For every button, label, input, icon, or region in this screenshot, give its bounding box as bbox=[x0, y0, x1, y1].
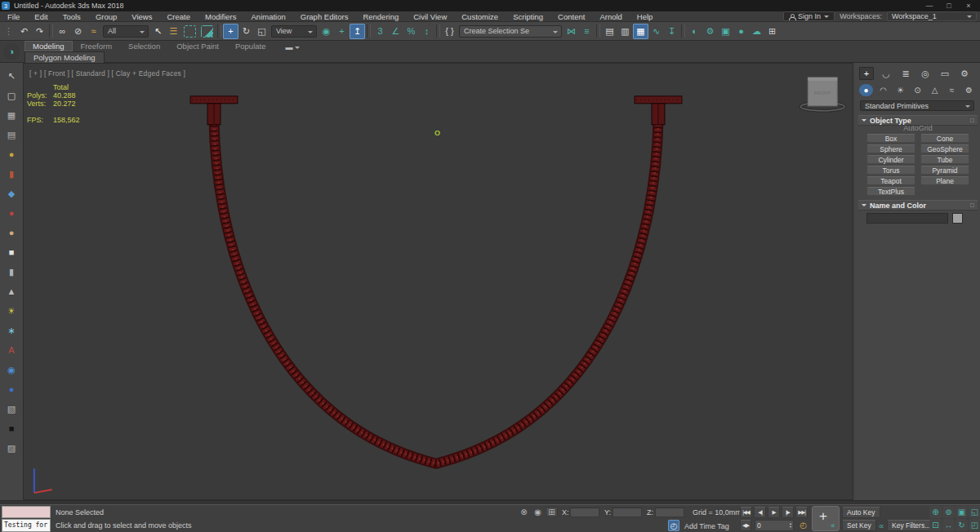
maxscript-mini-listener-output[interactable] bbox=[2, 506, 51, 518]
pin-object-left[interactable] bbox=[190, 96, 238, 125]
menu-views[interactable]: Views bbox=[124, 11, 159, 22]
toggle-scene-explorer-icon[interactable]: ▤ bbox=[602, 24, 617, 39]
named-selection-sets-field[interactable]: Create Selection Se bbox=[459, 25, 562, 38]
grid-icon[interactable]: ▦ bbox=[2, 105, 20, 125]
menu-file[interactable]: File bbox=[0, 11, 27, 22]
use-pivot-point-center-icon[interactable]: ◉ bbox=[318, 24, 334, 39]
tab-utilities[interactable]: ⚙ bbox=[957, 67, 972, 80]
auto-key-button[interactable]: Auto Key bbox=[842, 507, 880, 518]
maxscript-mini-listener-input[interactable]: Testing for i bbox=[2, 519, 51, 532]
snaps-toggle-3d-icon[interactable]: 3 bbox=[372, 24, 388, 39]
button-cylinder[interactable]: Cylinder bbox=[866, 155, 915, 164]
next-frame-button[interactable]: |▶ bbox=[782, 507, 794, 518]
key-filters-button[interactable]: Key Filters... bbox=[887, 520, 935, 531]
button-pyramid[interactable]: Pyramid bbox=[920, 166, 969, 175]
selection-filter-dropdown[interactable]: All bbox=[103, 25, 149, 38]
toggle-ribbon-icon[interactable]: ▦ bbox=[633, 24, 648, 39]
menu-tools[interactable]: Tools bbox=[56, 11, 88, 22]
y-coordinate-field[interactable] bbox=[612, 508, 642, 517]
play-button[interactable]: ▶ bbox=[768, 507, 780, 518]
blue-tool-icon[interactable]: ◆ bbox=[2, 184, 20, 203]
ribbon-tab-object-paint[interactable]: Object Paint bbox=[168, 41, 227, 51]
rectangular-selection-region-icon[interactable] bbox=[184, 25, 196, 38]
orbit-icon[interactable]: ↻ bbox=[956, 519, 968, 531]
tab-create[interactable]: + bbox=[859, 67, 874, 80]
set-keys-button[interactable]: + ∝ bbox=[812, 506, 840, 531]
select-object-icon[interactable]: ↖ bbox=[150, 24, 166, 39]
zoom-region-icon[interactable]: ⊡ bbox=[929, 519, 942, 531]
undo-icon[interactable]: ↶ bbox=[16, 24, 32, 39]
category-systems[interactable]: ⚙ bbox=[962, 84, 976, 96]
button-box[interactable]: Box bbox=[866, 134, 915, 143]
rendered-frame-window-icon[interactable]: ▣ bbox=[718, 24, 733, 39]
render-variants-icon[interactable]: ⊞ bbox=[764, 24, 780, 39]
angle-snap-icon[interactable]: ∠ bbox=[388, 24, 403, 39]
button-torus[interactable]: Torus bbox=[866, 166, 915, 175]
spinner-snap-icon[interactable]: ↕ bbox=[419, 24, 434, 39]
layout-grid-icon[interactable]: ▤ bbox=[2, 125, 20, 144]
object-name-field[interactable] bbox=[866, 213, 948, 224]
cube-icon[interactable]: ■ bbox=[2, 242, 20, 262]
edit-named-selection-sets-icon[interactable]: { } bbox=[442, 24, 457, 39]
select-by-name-icon[interactable]: ☰ bbox=[166, 24, 181, 39]
set-key-button[interactable]: Set Key bbox=[842, 520, 876, 531]
menu-help[interactable]: Help bbox=[630, 11, 661, 22]
sign-in-button[interactable]: Sign In bbox=[783, 11, 835, 21]
x-coordinate-field[interactable] bbox=[570, 508, 599, 517]
sphere-icon[interactable]: ● bbox=[2, 223, 20, 242]
spinner-icon[interactable]: ▲▼ bbox=[789, 522, 793, 529]
minimize-button[interactable]: — bbox=[920, 0, 939, 11]
add-time-tag-label[interactable]: Add Time Tag bbox=[684, 522, 729, 530]
toggle-layer-explorer-icon[interactable]: ▥ bbox=[617, 24, 633, 39]
close-button[interactable]: × bbox=[959, 0, 978, 11]
button-geosphere[interactable]: GeoSphere bbox=[920, 144, 969, 153]
key-mode-toggle[interactable]: ◀▶ bbox=[740, 520, 751, 531]
menu-animation[interactable]: Animation bbox=[244, 11, 293, 22]
tab-modify[interactable]: ◡ bbox=[879, 67, 893, 80]
menu-scripting[interactable]: Scripting bbox=[506, 11, 550, 22]
go-to-end-button[interactable]: ▶▶| bbox=[795, 507, 808, 518]
frame-number-input[interactable] bbox=[755, 521, 789, 530]
curve-editor-icon[interactable]: ∿ bbox=[648, 24, 664, 39]
maximize-viewport-icon[interactable]: ◰ bbox=[969, 519, 980, 531]
polygon-modeling-panel-tab[interactable]: Polygon Modeling bbox=[24, 51, 105, 63]
helper-marker[interactable]: O bbox=[434, 129, 440, 137]
time-configuration-icon[interactable]: ◴ bbox=[797, 520, 809, 530]
select-and-manipulate-icon[interactable]: + bbox=[334, 24, 350, 39]
tab-display[interactable]: ▭ bbox=[938, 67, 952, 80]
category-shapes[interactable]: ◠ bbox=[876, 84, 890, 96]
previous-frame-button[interactable]: ◀| bbox=[754, 507, 766, 518]
bind-to-space-warp-icon[interactable]: ≈ bbox=[86, 24, 101, 39]
object-color-swatch[interactable] bbox=[952, 213, 963, 224]
button-teapot[interactable]: Teapot bbox=[866, 176, 915, 185]
menu-rendering[interactable]: Rendering bbox=[355, 11, 406, 22]
category-cameras[interactable]: ⊙ bbox=[911, 84, 924, 96]
maximize-button[interactable]: □ bbox=[939, 0, 959, 11]
ribbon-display-toggle[interactable]: ▬ bbox=[285, 43, 300, 51]
cursor-icon[interactable]: ↖ bbox=[2, 66, 20, 86]
category-helpers[interactable]: △ bbox=[928, 84, 942, 96]
letter-a-icon[interactable]: A bbox=[2, 340, 20, 360]
hatch-grid-icon[interactable]: ▧ bbox=[2, 399, 20, 419]
go-to-start-button[interactable]: |◀◀ bbox=[740, 507, 752, 518]
menu-edit[interactable]: Edit bbox=[27, 11, 55, 22]
teapot-icon[interactable]: ● bbox=[2, 144, 20, 164]
globe-icon[interactable]: ◉ bbox=[2, 360, 20, 379]
ribbon-tab-freeform[interactable]: Freeform bbox=[73, 41, 121, 51]
viewport-label[interactable]: [ + ] [ Front ] [ Standard ] [ Clay + Ed… bbox=[29, 69, 185, 78]
red-brush-icon[interactable]: ▮ bbox=[2, 164, 20, 184]
material-editor-icon[interactable]: ◐ bbox=[687, 24, 702, 39]
workspace-dropdown[interactable]: Workspace_1 bbox=[887, 11, 977, 21]
menu-customize[interactable]: Customize bbox=[454, 11, 506, 22]
select-and-scale-icon[interactable]: ◱ bbox=[254, 24, 270, 39]
cylinder-icon[interactable]: ▮ bbox=[2, 262, 20, 282]
diagonal-grid-icon[interactable]: ▨ bbox=[2, 438, 20, 458]
ribbon-tab-modeling[interactable]: Modeling bbox=[24, 41, 73, 51]
unlink-selection-icon[interactable]: ⊘ bbox=[70, 24, 86, 39]
black-swatch-icon[interactable]: ■ bbox=[2, 419, 20, 438]
sun-icon[interactable]: ☀ bbox=[2, 301, 20, 321]
tab-motion[interactable]: ◎ bbox=[918, 67, 933, 80]
red-dot-icon[interactable]: ● bbox=[2, 203, 20, 223]
pan-icon[interactable]: ↔ bbox=[942, 519, 955, 531]
button-sphere[interactable]: Sphere bbox=[866, 144, 915, 153]
